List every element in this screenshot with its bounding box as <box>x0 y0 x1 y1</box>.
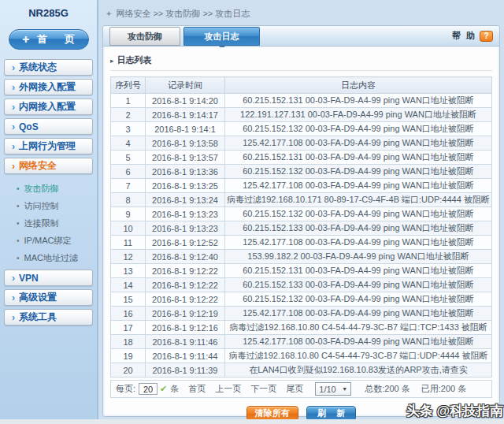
tab-attack-log[interactable]: 攻击日志 <box>183 27 260 46</box>
table-row: 12016-8-1 9:14:2060.215.152.131 00-03-FA… <box>111 94 492 108</box>
breadcrumb-text: 网络安全 >> 攻击防御 >> 攻击日志 <box>116 8 250 20</box>
table-row: 82016-8-1 9:13:24病毒过滤192.168.10.171 80-8… <box>111 193 492 207</box>
sidebar-item-behavior-mgmt[interactable]: ›上网行为管理 <box>4 138 93 154</box>
home-button[interactable]: ✚ 首 页 <box>9 29 89 50</box>
breadcrumb: ✦ 网络安全 >> 攻击防御 >> 攻击日志 <box>106 8 250 20</box>
page-select-dropdown[interactable]: 1/10 ▼ <box>315 382 351 396</box>
chevron-right-icon: › <box>12 102 15 113</box>
confirm-check-icon[interactable]: ✔ <box>160 384 167 394</box>
section-divider <box>110 70 492 71</box>
cell-time: 2016-8-1 9:12:16 <box>146 321 225 335</box>
cell-content: 60.215.152.132 00-03-FA-D9-A4-99 ping WA… <box>225 292 492 307</box>
chevron-right-icon: › <box>12 292 15 303</box>
sidebar-subitem-mac-filter[interactable]: •MAC地址过滤 <box>4 249 93 266</box>
sidebar-item-advanced[interactable]: ›高级设置 <box>4 289 93 306</box>
sidebar-item-label: VPN <box>19 273 39 284</box>
cell-time: 2016-8-1 9:12:22 <box>146 278 225 292</box>
home-button-label: 首 页 <box>37 32 82 46</box>
table-row: 132016-8-1 9:12:2260.215.152.131 00-03-F… <box>111 264 492 278</box>
cell-content: 125.42.177.108 00-03-FA-D9-A4-99 ping WA… <box>225 335 492 349</box>
cell-index: 19 <box>111 349 146 363</box>
next-page-link[interactable]: 下一页 <box>250 383 276 395</box>
chevron-right-icon: › <box>12 82 15 93</box>
cell-time: 2016-8-1 9:13:23 <box>146 221 225 236</box>
cell-content: 125.42.177.108 00-03-FA-D9-A4-99 ping WA… <box>225 307 492 321</box>
cell-content: 60.215.152.132 00-03-FA-D9-A4-99 ping WA… <box>225 165 492 179</box>
sidebar-subitem-label: MAC地址过滤 <box>24 252 78 264</box>
cell-index: 17 <box>111 321 146 335</box>
sidebar-submenu: •攻击防御•访问控制•连接限制•IP/MAC绑定•MAC地址过滤 <box>4 177 93 270</box>
chevron-right-icon: › <box>12 141 15 152</box>
sidebar-item-network-security[interactable]: ›网络安全 <box>4 158 93 174</box>
cell-index: 1 <box>111 94 146 108</box>
sidebar-subitem-attack-defense[interactable]: •攻击防御 <box>4 180 93 197</box>
column-header: 日志内容 <box>225 77 492 94</box>
sidebar-item-system-status[interactable]: ›系统状态 <box>4 59 93 76</box>
table-row: 62016-8-1 9:13:3660.215.152.132 00-03-FA… <box>111 165 492 179</box>
cell-time: 2016-8-1 9:13:57 <box>146 151 225 165</box>
cell-time: 2016-8-1 9:12:22 <box>146 292 225 307</box>
sidebar-subitem-access-control[interactable]: •访问控制 <box>4 197 93 214</box>
cell-content: 60.215.152.131 00-03-FA-D9-A4-99 ping WA… <box>225 94 492 108</box>
cell-content: 125.42.177.108 00-03-FA-D9-A4-99 ping WA… <box>225 179 492 193</box>
sidebar-item-qos[interactable]: ›QoS <box>4 118 93 135</box>
cell-index: 12 <box>111 250 146 264</box>
table-row: 102016-8-1 9:13:2360.215.152.133 00-03-F… <box>111 221 492 236</box>
bullet-icon: • <box>17 254 20 262</box>
device-model-title: NR285G <box>0 0 97 19</box>
per-page-label: 每页: <box>116 383 135 395</box>
sidebar-item-vpn[interactable]: ›VPN <box>4 270 93 286</box>
per-page-input[interactable] <box>139 383 158 395</box>
sidebar-subitem-label: 连接限制 <box>24 218 59 229</box>
cell-time: 2016-8-1 9:13:25 <box>146 179 225 193</box>
used-count: 已用:200 条 <box>421 383 466 395</box>
section-header: ▸ 日志列表 <box>110 54 492 66</box>
cell-time: 2016-8-1 9:14:1 <box>146 122 225 136</box>
tab-bar: 攻击防御 攻击日志 帮 助 ? <box>103 26 499 46</box>
tab-attack-defense[interactable]: 攻击防御 <box>109 27 180 46</box>
main-area: ✦ 网络安全 >> 攻击防御 >> 攻击日志 攻击防御 攻击日志 帮 助 ? ▸… <box>100 0 504 424</box>
cell-index: 14 <box>111 278 146 292</box>
breadcrumb-star-icon: ✦ <box>106 9 112 18</box>
cell-time: 2016-8-1 9:13:23 <box>146 207 225 221</box>
sidebar-item-lan-config[interactable]: ›内网接入配置 <box>4 99 93 115</box>
sidebar-item-label: 网络安全 <box>19 159 57 173</box>
home-icon: ✚ <box>22 35 29 45</box>
table-row: 42016-8-1 9:13:58125.42.177.108 00-03-FA… <box>111 136 492 151</box>
cell-time: 2016-8-1 9:12:52 <box>146 236 225 250</box>
column-header: 记录时间 <box>146 77 225 94</box>
sidebar-item-label: 内网接入配置 <box>19 100 76 113</box>
last-page-link[interactable]: 尾页 <box>286 383 303 395</box>
sidebar-item-label: 系统状态 <box>19 61 57 74</box>
sidebar-item-wan-config[interactable]: ›外网接入配置 <box>4 79 93 95</box>
cell-content: 60.215.152.131 00-03-FA-D9-A4-99 ping WA… <box>225 264 492 278</box>
cell-index: 5 <box>111 151 146 165</box>
cell-time: 2016-8-1 9:11:46 <box>146 335 225 349</box>
table-row: 32016-8-1 9:14:160.215.152.132 00-03-FA-… <box>111 122 492 136</box>
cell-content: 60.215.152.131 00-03-FA-D9-A4-99 ping WA… <box>225 151 492 165</box>
table-row: 52016-8-1 9:13:5760.215.152.131 00-03-FA… <box>111 151 492 165</box>
table-row: 112016-8-1 9:12:52125.42.177.108 00-03-F… <box>111 236 492 250</box>
help-button[interactable]: 帮 助 ? <box>452 30 493 42</box>
total-count: 总数:200 条 <box>365 383 410 395</box>
first-page-link[interactable]: 首页 <box>188 383 206 395</box>
log-panel: ▸ 日志列表 序列号记录时间日志内容 12016-8-1 9:14:2060.2… <box>105 47 498 415</box>
cell-time: 2016-8-1 9:11:44 <box>146 349 225 363</box>
pagination-bar: 每页: ✔ 条 首页 上一页 下一页 尾页 1/10 ▼ 总数:200 条 已用… <box>110 380 492 398</box>
cell-content: 125.42.177.108 00-03-FA-D9-A4-99 ping WA… <box>225 236 492 250</box>
cell-content: 122.191.127.131 00-03-FA-D9-A4-99 ping W… <box>225 108 492 122</box>
cell-index: 13 <box>111 264 146 278</box>
chevron-down-icon: ▼ <box>342 386 347 392</box>
sidebar-item-label: 上网行为管理 <box>19 139 76 153</box>
sidebar-subitem-ip-mac-binding[interactable]: •IP/MAC绑定 <box>4 232 93 249</box>
section-marker-icon: ▸ <box>110 57 114 65</box>
cell-content: 60.215.152.132 00-03-FA-D9-A4-99 ping WA… <box>225 207 492 221</box>
table-header-row: 序列号记录时间日志内容 <box>111 77 492 94</box>
prev-page-link[interactable]: 上一页 <box>215 383 241 395</box>
sidebar-subitem-label: 攻击防御 <box>24 183 59 195</box>
sidebar-subitem-connection-limit[interactable]: •连接限制 <box>4 214 93 232</box>
cell-content: 病毒过滤192.168.10.80 C4-54-44-79-3C-B7 端口:T… <box>225 321 492 335</box>
sidebar-item-system-tools[interactable]: ›系统工具 <box>4 309 93 325</box>
cell-time: 2016-8-1 9:11:39 <box>146 363 225 378</box>
sidebar-item-label: 系统工具 <box>19 311 57 324</box>
